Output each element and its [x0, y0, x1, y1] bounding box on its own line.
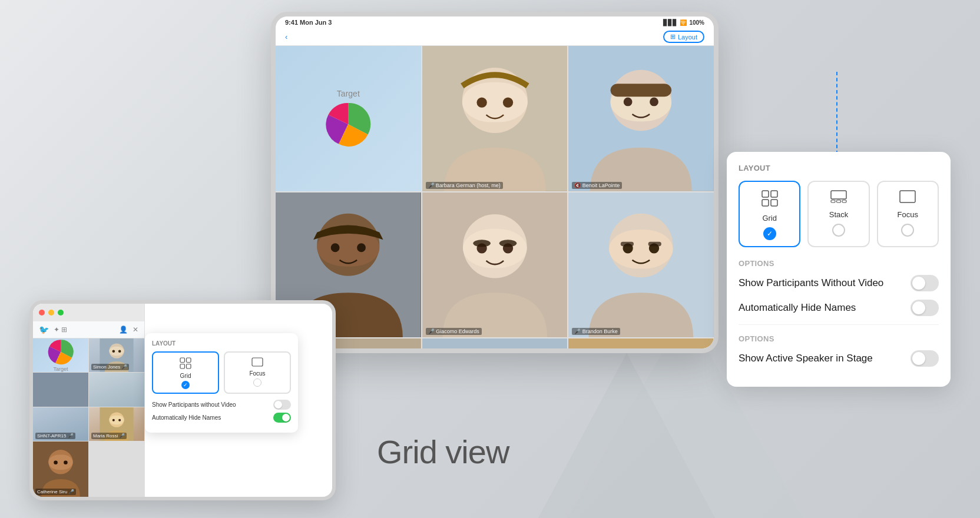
svg-rect-74 — [187, 364, 191, 369]
layout-option-grid[interactable]: Grid ✓ — [739, 181, 800, 247]
show-active-speaker-toggle[interactable] — [911, 350, 939, 367]
sv-target-label: Target — [53, 366, 68, 372]
layout-panel: Layout Grid ✓ — [727, 152, 951, 387]
ipad-small: 🐦 ✦ ⊞ 👤 ✕ Target — [29, 300, 336, 500]
cell-name-benoit: 🔇 Benoit LaPointe — [572, 182, 622, 189]
svg-rect-49 — [771, 200, 777, 206]
slo-focus-check — [253, 378, 261, 387]
svg-rect-58 — [109, 347, 124, 356]
svg-rect-29 — [621, 242, 634, 246]
sv-name-simon: Simon Jones 🎤 — [91, 364, 129, 370]
svg-point-70 — [64, 460, 68, 464]
svg-point-23 — [499, 240, 517, 247]
slo-grid-label: Grid — [180, 373, 191, 379]
slo-focus-label: Focus — [249, 370, 265, 377]
slo-toggle-2[interactable] — [273, 413, 291, 423]
slo-toggle-label-2: Automatically Hide Names — [152, 414, 221, 421]
status-time: 9:41 Mon Jun 3 — [285, 19, 332, 26]
avatar-barbara — [422, 46, 568, 191]
ipad-large-screen: 9:41 Mon Jun 3 ▊▊▊ 🛜 100% ‹ ⊞ Layout Tar… — [276, 16, 714, 348]
layout-options-row: Grid ✓ Stack Focus — [739, 181, 939, 247]
small-nav-icons: ✦ ⊞ — [54, 326, 67, 334]
svg-rect-54 — [900, 191, 915, 202]
small-close-icon: ✕ — [133, 326, 138, 334]
small-video-grid: Target Simon Jones 🎤 — [33, 338, 144, 497]
auto-hide-names-label: Automatically Hide Names — [739, 302, 856, 314]
video-cell-bessie: 🎤 Bessie Alexander — [568, 338, 714, 348]
svg-rect-50 — [831, 191, 846, 199]
sv-cell-simon: Simon Jones 🎤 — [89, 338, 144, 372]
grid-option-check: ✓ — [763, 227, 776, 240]
sv-name-maria: Maria Rossi 🎤 — [91, 433, 127, 439]
svg-point-60 — [118, 350, 121, 353]
svg-point-5 — [503, 98, 513, 108]
dashed-connector-line — [836, 72, 837, 154]
avatar-bessie — [568, 338, 714, 348]
video-cell-benoit: 🔇 Benoit LaPointe — [568, 46, 714, 191]
svg-rect-73 — [180, 364, 185, 369]
status-bar: 9:41 Mon Jun 3 ▊▊▊ 🛜 100% — [276, 16, 714, 28]
traffic-light-red — [39, 310, 45, 316]
svg-rect-53 — [842, 200, 846, 202]
slo-toggle-row-2: Automatically Hide Names — [152, 413, 291, 423]
video-cell-giacomo2: 🎤 Giacomo Edwards — [422, 192, 568, 338]
layout-grid-icon: ⊞ — [670, 33, 676, 41]
svg-rect-72 — [187, 358, 191, 363]
video-cell-barbara: 🎤 Barbara German (host, me) — [422, 46, 568, 191]
grid-layout-icon — [762, 190, 778, 210]
slo-option-focus[interactable]: Focus — [224, 351, 291, 394]
small-sidebar-header — [33, 304, 144, 321]
show-participants-row: Show Participants Without Video — [739, 275, 939, 291]
slo-grid-icon — [180, 357, 191, 371]
grid-view-label: Grid view — [377, 433, 509, 471]
svg-rect-51 — [831, 200, 835, 202]
svg-rect-3 — [462, 82, 527, 122]
layout-button[interactable]: ⊞ Layout — [663, 31, 704, 43]
stack-option-label: Stack — [829, 210, 849, 219]
small-sidebar: 🐦 ✦ ⊞ 👤 ✕ Target — [33, 304, 145, 497]
sv-cell-empty2 — [89, 373, 144, 406]
svg-point-4 — [476, 98, 486, 108]
slo-grid-check: ✓ — [181, 381, 190, 389]
svg-point-59 — [112, 350, 115, 353]
bg-triangle-2 — [538, 353, 715, 518]
show-active-speaker-label: Show Active Speaker in Stage — [739, 353, 873, 364]
slo-toggle-1[interactable] — [273, 400, 291, 410]
cell-name-giacomo2: 🎤 Giacomo Edwards — [426, 328, 482, 335]
ipad-large: 9:41 Mon Jun 3 ▊▊▊ 🛜 100% ‹ ⊞ Layout Tar… — [271, 12, 719, 353]
layout-option-focus[interactable]: Focus — [877, 181, 939, 247]
svg-rect-11 — [611, 84, 672, 97]
mic-icon: 🎤 — [428, 182, 435, 188]
traffic-light-green — [58, 310, 64, 316]
svg-point-69 — [54, 460, 58, 464]
target-label: Target — [337, 89, 360, 98]
svg-point-16 — [357, 243, 366, 252]
auto-hide-names-row: Automatically Hide Names — [739, 300, 939, 316]
video-cell-target: Target — [276, 46, 421, 191]
layout-option-stack[interactable]: Stack — [807, 181, 869, 247]
video-grid: Target — [276, 46, 714, 348]
small-layout-overlay: Layout Grid ✓ — [145, 333, 298, 433]
avatar-giacomo3 — [422, 338, 568, 348]
sv-name-catherine: Catherine Siru 🎤 — [35, 489, 76, 495]
slo-toggle-label-1: Show Participants without Video — [152, 401, 236, 408]
svg-rect-41 — [568, 338, 714, 348]
show-participants-toggle[interactable] — [911, 275, 939, 291]
svg-point-10 — [650, 98, 658, 107]
focus-option-check — [901, 224, 914, 237]
grid-option-label: Grid — [762, 214, 777, 223]
auto-hide-names-toggle[interactable] — [911, 300, 939, 316]
svg-rect-63 — [109, 415, 124, 424]
slo-option-grid[interactable]: Grid ✓ — [152, 351, 219, 394]
svg-rect-47 — [771, 191, 777, 197]
avatar-brandon — [568, 192, 714, 338]
back-button[interactable]: ‹ — [285, 32, 287, 41]
video-cell-brandon: 🎤 Brandon Burke — [568, 192, 714, 338]
slo-toggle-row-1: Show Participants without Video — [152, 400, 291, 410]
svg-rect-71 — [180, 358, 185, 363]
svg-rect-48 — [762, 200, 769, 206]
small-user-icon: 👤 — [119, 326, 128, 334]
show-active-speaker-row: Show Active Speaker in Stage — [739, 350, 939, 367]
svg-point-65 — [118, 419, 121, 421]
pie-chart — [325, 101, 372, 148]
